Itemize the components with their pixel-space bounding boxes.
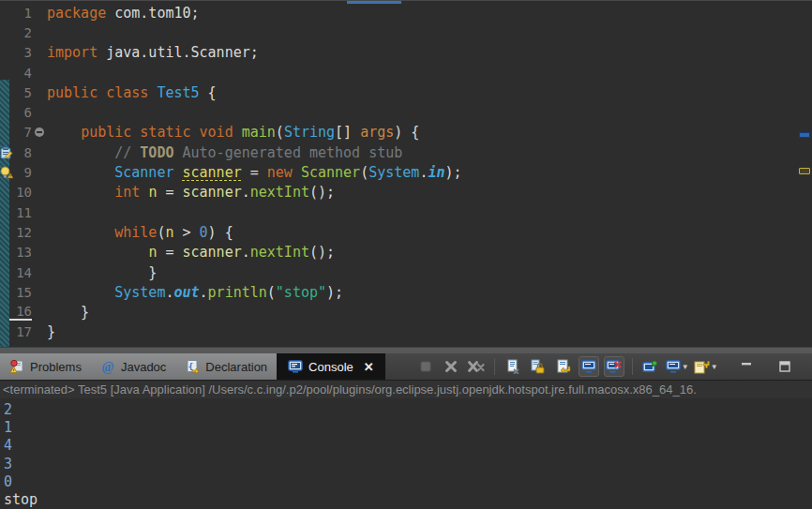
line-number[interactable]: 5 — [9, 85, 32, 100]
line-number[interactable]: 17 — [9, 324, 32, 339]
line-number[interactable]: 6 — [9, 105, 32, 120]
minimize-button[interactable] — [736, 356, 757, 377]
code-line[interactable]: 13 n = scanner.nextInt(); — [0, 243, 799, 262]
tab-problems[interactable]: Problems — [0, 353, 91, 380]
code-line[interactable]: 8 // TODO Auto-generated method stub — [0, 142, 799, 162]
code-line[interactable]: 6 — [0, 102, 799, 122]
code-text[interactable]: while(n > 0) { — [47, 224, 233, 241]
clear-console-button[interactable] — [503, 356, 523, 377]
code-line[interactable]: 7 public static void main(String[] args)… — [0, 123, 799, 142]
tab-console[interactable]: Console✕ — [277, 353, 385, 380]
code-text[interactable]: int n = scanner.nextInt(); — [47, 184, 335, 201]
maximize-button[interactable] — [774, 356, 795, 377]
code-token — [47, 184, 114, 201]
remove-launch-button[interactable] — [441, 356, 461, 377]
line-number[interactable]: 2 — [9, 25, 32, 40]
code-text[interactable]: } — [47, 323, 55, 340]
code-token: while — [114, 224, 157, 241]
pin-console-button[interactable] — [640, 356, 661, 377]
code-token: ( — [360, 164, 368, 181]
console-output[interactable]: 21430stop — [0, 398, 812, 509]
show-stdout-button[interactable] — [579, 356, 599, 377]
gutter-cell — [0, 282, 9, 302]
gutter-cell — [0, 262, 9, 282]
line-number[interactable]: 12 — [9, 225, 32, 240]
code-line[interactable]: 17} — [0, 322, 799, 342]
line-number[interactable]: 14 — [9, 265, 32, 280]
open-console-button[interactable]: ▼ — [694, 356, 718, 377]
code-token — [173, 164, 182, 181]
line-number[interactable]: 4 — [9, 66, 32, 81]
code-line[interactable]: 10 int n = scanner.nextInt(); — [0, 183, 799, 202]
task-icon[interactable] — [0, 142, 9, 162]
overview-warning-marker[interactable] — [799, 168, 810, 174]
console-line-stdin: 1 — [4, 419, 812, 437]
code-token: = — [157, 244, 182, 261]
code-text[interactable]: } — [47, 304, 89, 321]
console-line-stdout: stop — [4, 491, 812, 509]
overview-occurrence-marker[interactable] — [799, 132, 810, 138]
console-status-line: <terminated> Test5 [Java Application] /U… — [0, 380, 812, 398]
code-text[interactable]: System.out.println("stop"); — [47, 284, 343, 301]
chevron-down-icon[interactable]: ▼ — [711, 363, 718, 371]
code-line[interactable]: 15 System.out.println("stop"); — [0, 282, 799, 302]
line-number[interactable]: 13 — [9, 245, 32, 260]
fold-marker-icon[interactable] — [32, 127, 47, 137]
code-line[interactable]: 16 } — [0, 302, 799, 322]
code-text[interactable]: package com.tom10; — [47, 5, 200, 22]
code-text[interactable]: public class Test5 { — [47, 84, 217, 101]
java-editor[interactable]: 1package com.tom10;23import java.util.Sc… — [0, 0, 812, 347]
code-line[interactable]: 1package com.tom10; — [0, 3, 799, 22]
word-wrap-button[interactable] — [553, 356, 574, 377]
console-line-stdin: 0 — [4, 473, 812, 491]
code-token: nextInt — [250, 244, 309, 261]
line-number[interactable]: 16 — [9, 304, 32, 321]
line-number[interactable]: 15 — [9, 285, 32, 300]
code-token: ) { — [394, 124, 419, 141]
gutter-cell — [0, 102, 9, 122]
code-line[interactable]: 14 } — [0, 262, 799, 282]
code-text[interactable]: n = scanner.nextInt(); — [47, 244, 335, 261]
code-token: args — [360, 124, 394, 141]
line-number[interactable]: 7 — [9, 125, 32, 140]
display-console-button[interactable]: ▼ — [666, 356, 689, 377]
code-line[interactable]: 2 — [0, 22, 799, 42]
scroll-lock-button[interactable] — [528, 356, 549, 377]
code-token: ); — [326, 284, 343, 301]
code-token: Scanner — [301, 164, 360, 181]
line-number[interactable]: 10 — [9, 185, 32, 200]
code-text[interactable]: } — [47, 264, 157, 281]
panel-splitter[interactable] — [0, 347, 812, 353]
code-token: out — [173, 284, 199, 301]
gutter-cell — [0, 22, 9, 42]
code-token — [47, 244, 148, 261]
remove-all-launches-button[interactable] — [466, 356, 487, 377]
code-line[interactable]: 3import java.util.Scanner; — [0, 43, 799, 63]
code-line[interactable]: 9 Scanner scanner = new Scanner(System.i… — [0, 162, 799, 182]
code-token: class — [106, 84, 148, 101]
code-token — [47, 224, 114, 241]
svg-text:{: { — [188, 362, 193, 371]
show-stderr-button[interactable] — [604, 356, 624, 377]
code-text[interactable]: Scanner scanner = new Scanner(System.in)… — [47, 164, 462, 181]
line-number[interactable]: 3 — [9, 45, 32, 60]
chevron-down-icon[interactable]: ▼ — [682, 363, 689, 371]
code-line[interactable]: 12 while(n > 0) { — [0, 222, 799, 242]
tab-javadoc[interactable]: @Javadoc — [91, 353, 175, 380]
code-line[interactable]: 11 — [0, 202, 799, 222]
code-token: . — [200, 284, 208, 301]
code-token: ); — [444, 164, 461, 181]
code-line[interactable]: 5public class Test5 { — [0, 82, 799, 102]
code-token: in — [428, 164, 444, 181]
tab-declaration[interactable]: {Declaration — [175, 353, 277, 380]
code-lines: 1package com.tom10;23import java.util.Sc… — [0, 3, 799, 342]
line-number[interactable]: 11 — [9, 205, 32, 220]
line-number[interactable]: 1 — [9, 6, 32, 21]
code-token: com.tom10; — [106, 5, 199, 22]
close-icon[interactable]: ✕ — [364, 360, 374, 374]
code-text[interactable]: // TODO Auto-generated method stub — [47, 144, 402, 161]
code-text[interactable]: import java.util.Scanner; — [47, 44, 259, 61]
code-line[interactable]: 4 — [0, 63, 799, 82]
code-text[interactable]: public static void main(String[] args) { — [47, 124, 419, 141]
warning-bulb-icon[interactable] — [0, 162, 9, 182]
